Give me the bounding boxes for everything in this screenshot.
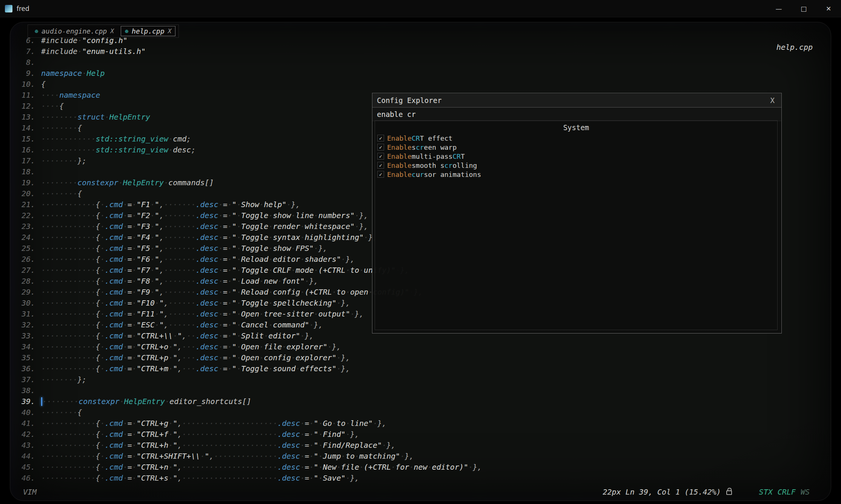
code-line[interactable]: 43.············{·.cmd·=·"CTRL+h·",······… <box>15 440 831 451</box>
line-number: 10. <box>15 79 35 90</box>
code-line[interactable]: 41.············{·.cmd·=·"CTRL+g·",······… <box>15 418 831 429</box>
line-number: 28. <box>15 276 35 287</box>
whitespace-dots: · <box>218 320 223 329</box>
whitespace-dots: ············ <box>41 298 96 307</box>
tab-close-icon[interactable]: X <box>168 28 172 35</box>
tab-help.cpp[interactable]: ⊕help.cppX <box>121 26 175 36</box>
whitespace-dots: · <box>291 211 295 220</box>
cpp-file-icon: ⊕ <box>35 28 38 35</box>
whitespace-dots: · <box>132 320 137 329</box>
code-line[interactable]: 34.············{·.cmd·=·"CTRL+o·",···.de… <box>15 341 831 352</box>
whitespace-dots: · <box>268 298 273 307</box>
config-item[interactable]: ✓Enable screen warp <box>377 143 775 152</box>
whitespace-dots: · <box>391 463 395 472</box>
code-line[interactable]: 37.········}; <box>15 374 831 385</box>
filename-overlay: help.cpp <box>776 43 813 52</box>
code-line[interactable]: 44.············{·.cmd·=·"CTRL+SHIFT+\\·"… <box>15 451 831 462</box>
whitespace-dots: · <box>100 364 105 373</box>
whitespace-dots: ············ <box>41 277 96 286</box>
code-line[interactable]: 10.{ <box>15 79 831 90</box>
whitespace-dots: · <box>123 222 128 231</box>
whitespace-dots: · <box>132 419 137 428</box>
whitespace-dots: ···· <box>41 91 59 100</box>
whitespace-dots: ········ <box>42 397 78 406</box>
code-line[interactable]: 7.#include·"enum-utils.h" <box>15 46 831 57</box>
code-line[interactable]: 36.············{·.cmd·=·"CTRL+m·",···.de… <box>15 363 831 374</box>
checkbox-checked-icon[interactable]: ✓ <box>377 171 384 178</box>
config-item[interactable]: ✓Enable CRT effect <box>377 134 775 143</box>
whitespace-dots: ······· <box>164 244 195 253</box>
code-line[interactable]: 42.············{·.cmd·=·"CTRL+f·",······… <box>15 429 831 440</box>
whitespace-dots: · <box>268 211 273 220</box>
whitespace-dots: · <box>132 255 137 264</box>
whitespace-dots: · <box>237 211 241 220</box>
whitespace-dots: · <box>218 277 223 286</box>
whitespace-dots: · <box>218 364 223 373</box>
whitespace-dots: ······· <box>164 255 195 264</box>
line-number: 14. <box>15 123 35 134</box>
whitespace-dots: · <box>132 342 137 351</box>
whitespace-dots: · <box>337 298 341 307</box>
whitespace-dots: · <box>237 320 241 329</box>
minimize-button[interactable]: — <box>766 0 791 17</box>
config-section-header: System <box>377 121 775 134</box>
whitespace-dots: · <box>268 364 273 373</box>
whitespace-dots: · <box>132 287 137 297</box>
whitespace-dots: · <box>300 419 304 428</box>
whitespace-dots: · <box>132 266 137 275</box>
config-item[interactable]: ✓Enable smooth scrolling <box>377 161 775 170</box>
whitespace-dots: · <box>300 473 304 482</box>
whitespace-dots: ······· <box>164 287 195 297</box>
app-icon <box>5 5 12 12</box>
whitespace-dots: · <box>132 222 137 231</box>
close-button[interactable]: ✕ <box>816 0 841 17</box>
code-line[interactable]: 35.············{·.cmd·=·"CTRL+p·",···.de… <box>15 352 831 363</box>
checkbox-checked-icon[interactable]: ✓ <box>377 144 384 151</box>
crt-surface: 6.#include·"config.h"7.#include·"enum-ut… <box>10 22 831 501</box>
line-number: 11. <box>15 90 35 101</box>
code-line[interactable]: 45.············{·.cmd·=·"CTRL+n·",······… <box>15 462 831 473</box>
config-search-input[interactable]: enable cr <box>372 108 781 121</box>
whitespace-dots: · <box>150 277 155 286</box>
whitespace-dots: ············ <box>41 320 96 329</box>
whitespace-dots: · <box>237 364 241 373</box>
whitespace-dots: · <box>268 320 273 329</box>
checkbox-checked-icon[interactable]: ✓ <box>377 162 384 169</box>
whitespace-dots: · <box>237 287 241 297</box>
whitespace-dots: · <box>132 244 137 253</box>
line-number: 46. <box>15 473 35 484</box>
whitespace-dots: · <box>132 331 137 340</box>
whitespace-dots: · <box>291 266 295 275</box>
whitespace-dots: ············ <box>41 134 96 143</box>
whitespace-dots: · <box>168 134 173 143</box>
config-explorer-close-icon[interactable]: X <box>768 96 777 104</box>
code-line[interactable]: 8. <box>15 57 831 68</box>
whitespace-dots: · <box>132 353 137 362</box>
code-line[interactable]: 38. <box>15 385 831 396</box>
whitespace-dots: ············ <box>41 441 96 450</box>
tab-close-icon[interactable]: X <box>110 28 114 35</box>
tab-audio-engine.cpp[interactable]: ⊕audio-engine.cppX <box>31 26 118 36</box>
line-number: 39. <box>15 396 35 407</box>
code-line[interactable]: 40.········{ <box>15 407 831 418</box>
config-item[interactable]: ✓Enable multi-pass CRT <box>377 152 775 161</box>
line-number: 22. <box>15 210 35 221</box>
maximize-button[interactable]: □ <box>791 0 816 17</box>
whitespace-dots: · <box>350 309 355 318</box>
code-line[interactable]: 9.namespace·Help <box>15 68 831 79</box>
code-line[interactable]: 46.············{·.cmd·=·"CTRL+s·",······… <box>15 473 831 484</box>
whitespace-dots: · <box>300 222 304 231</box>
whitespace-dots: · <box>268 287 273 297</box>
checkbox-checked-icon[interactable]: ✓ <box>377 135 384 141</box>
whitespace-dots: · <box>259 277 264 286</box>
whitespace-dots: · <box>123 200 128 209</box>
whitespace-dots: · <box>168 473 173 482</box>
whitespace-dots: · <box>237 222 241 231</box>
config-explorer-titlebar: Config Explorer X <box>372 93 781 108</box>
checkbox-checked-icon[interactable]: ✓ <box>377 153 384 160</box>
whitespace-dots: · <box>100 266 105 275</box>
config-item[interactable]: ✓Enable cursor animations <box>377 170 775 179</box>
code-line[interactable]: 39.········constexpr·HelpEntry·editor_sh… <box>15 396 831 407</box>
line-number: 9. <box>15 68 35 79</box>
whitespace-dots: · <box>168 364 173 373</box>
